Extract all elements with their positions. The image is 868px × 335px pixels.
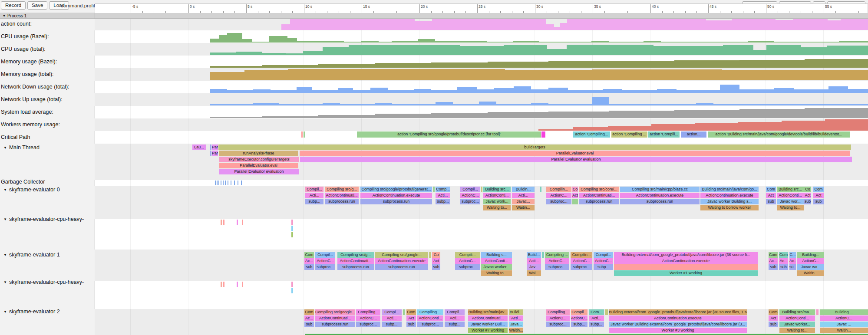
trace-event-sliver[interactable] bbox=[291, 232, 293, 237]
counter-bar[interactable] bbox=[794, 89, 828, 93]
counter-bar[interactable] bbox=[841, 19, 868, 30]
trace-event[interactable] bbox=[540, 187, 541, 192]
counter-bar[interactable] bbox=[748, 41, 774, 43]
trace-event[interactable]: Parallel Evaluator evaluation bbox=[219, 169, 299, 174]
counter-bar[interactable] bbox=[609, 61, 674, 68]
counter-bar[interactable] bbox=[592, 69, 722, 80]
trace-event[interactable]: Waiting to... bbox=[481, 270, 512, 276]
trace-event[interactable]: ActionC... bbox=[545, 258, 569, 264]
trace-event[interactable]: Acti... bbox=[305, 193, 323, 198]
trace-event[interactable]: sub bbox=[779, 264, 788, 270]
trace-event[interactable]: Acti... bbox=[589, 315, 604, 321]
trace-event[interactable]: Compiling... bbox=[546, 309, 570, 315]
trace-event[interactable]: subp... bbox=[382, 322, 402, 327]
counter-bar[interactable] bbox=[236, 52, 262, 55]
trace-event[interactable]: Compili... bbox=[455, 252, 480, 258]
trace-event[interactable]: ActionConti... bbox=[481, 258, 512, 264]
trace-event[interactable]: sub bbox=[432, 264, 440, 270]
counter-bar[interactable] bbox=[766, 45, 801, 55]
trace-event[interactable] bbox=[403, 309, 405, 315]
trace-event[interactable]: sub bbox=[769, 322, 778, 327]
trace-event[interactable]: Compiling... bbox=[356, 309, 380, 315]
trace-event[interactable]: ActionC... bbox=[546, 193, 571, 198]
counter-bar[interactable] bbox=[331, 41, 344, 43]
counter-bar[interactable] bbox=[722, 70, 809, 80]
counter-bar[interactable] bbox=[573, 127, 608, 131]
trace-event[interactable] bbox=[301, 131, 303, 138]
counter-bar[interactable] bbox=[210, 39, 219, 43]
trace-event[interactable]: Compiling src/google... bbox=[315, 309, 355, 315]
counter-bar[interactable] bbox=[494, 88, 514, 93]
counter-bar[interactable] bbox=[210, 89, 227, 93]
counter-bar[interactable] bbox=[738, 122, 782, 131]
counter-bar[interactable] bbox=[695, 123, 738, 131]
counter-bar[interactable] bbox=[805, 59, 868, 68]
counter-bar[interactable] bbox=[262, 65, 318, 68]
counter-bar[interactable] bbox=[805, 108, 868, 118]
trace-event[interactable]: Compil... bbox=[305, 187, 323, 192]
counter-bar[interactable] bbox=[432, 19, 546, 30]
counter-bar[interactable] bbox=[253, 103, 279, 105]
trace-event[interactable]: sub bbox=[304, 264, 314, 270]
trace-event[interactable]: Jav... bbox=[527, 264, 541, 270]
trace-event[interactable]: Compil... bbox=[571, 309, 587, 315]
counter-bar[interactable] bbox=[290, 19, 415, 30]
counter-bar[interactable] bbox=[793, 19, 828, 30]
counter-bar[interactable] bbox=[227, 33, 242, 43]
counter-bar[interactable] bbox=[739, 89, 774, 93]
counter-bar[interactable] bbox=[567, 19, 706, 30]
trace-event[interactable]: action... bbox=[681, 131, 706, 138]
trace-event[interactable]: Waiting to... bbox=[777, 205, 804, 210]
counter-bar[interactable] bbox=[431, 90, 457, 93]
counter-bar[interactable] bbox=[375, 114, 431, 118]
trace-event[interactable]: subproc... bbox=[546, 322, 570, 327]
trace-event[interactable] bbox=[210, 151, 211, 156]
counter-bar[interactable] bbox=[696, 103, 713, 105]
counter-bar[interactable] bbox=[661, 42, 748, 43]
trace-event[interactable]: Javac wo... bbox=[797, 264, 824, 270]
trace-event[interactable]: Act bbox=[572, 193, 578, 198]
trace-event[interactable]: ActionC... bbox=[571, 315, 587, 321]
counter-bar[interactable] bbox=[392, 104, 436, 105]
counter-bar[interactable] bbox=[567, 45, 653, 55]
trace-event[interactable]: Acti... bbox=[436, 193, 450, 198]
counter-bar[interactable] bbox=[457, 87, 477, 93]
trace-event[interactable]: ActionC... bbox=[455, 258, 480, 264]
counter-bar[interactable] bbox=[609, 104, 696, 105]
trace-event[interactable]: ActionC... bbox=[315, 258, 335, 264]
trace-event[interactable]: subprocess.run bbox=[375, 264, 428, 270]
counter-bar[interactable] bbox=[609, 111, 674, 118]
trace-event[interactable]: Act bbox=[813, 193, 824, 198]
trace-event[interactable]: ActionC... bbox=[546, 315, 570, 321]
trace-event[interactable]: ActionContinuati... bbox=[315, 315, 355, 321]
counter-bar[interactable] bbox=[592, 97, 609, 105]
counter-bar[interactable] bbox=[242, 39, 252, 43]
counter-bar[interactable] bbox=[677, 90, 720, 93]
counter-bar[interactable] bbox=[253, 89, 271, 93]
counter-bar[interactable] bbox=[505, 70, 592, 80]
trace-event[interactable]: sub bbox=[813, 199, 824, 204]
trace-event[interactable]: Javac worker... bbox=[779, 322, 815, 327]
trace-event[interactable]: Waiting to... bbox=[779, 328, 815, 333]
trace-event[interactable]: Worker #1 working bbox=[614, 270, 758, 276]
trace-event[interactable]: Building src/main/jav... bbox=[468, 309, 508, 315]
trace-event[interactable]: sub bbox=[769, 264, 778, 270]
trace-event[interactable]: Compilin... bbox=[546, 187, 571, 192]
counter-bar[interactable] bbox=[514, 86, 531, 93]
trace-event[interactable]: Compiling src/core/... bbox=[579, 187, 619, 192]
counter-bar[interactable] bbox=[361, 41, 379, 43]
trace-event[interactable]: Waiting to... bbox=[483, 205, 511, 210]
counter-bar[interactable] bbox=[713, 104, 779, 105]
trace-event[interactable]: Worker #3 working bbox=[609, 328, 747, 333]
counter-bar[interactable] bbox=[809, 70, 868, 80]
trace-event[interactable]: Ac... bbox=[769, 258, 778, 264]
counter-bar[interactable] bbox=[720, 85, 739, 93]
trace-event[interactable]: Compiling ... bbox=[417, 309, 443, 315]
trace-event[interactable]: ActionC... bbox=[571, 258, 592, 264]
trace-event[interactable]: Javac worker Buil... bbox=[468, 322, 508, 327]
trace-event[interactable]: ActionConti... bbox=[779, 315, 815, 321]
trace-event[interactable]: subproc... bbox=[417, 322, 443, 327]
trace-event[interactable]: ParallelEvaluator.eval bbox=[300, 151, 850, 156]
counter-bar[interactable] bbox=[303, 51, 323, 55]
counter-bar[interactable] bbox=[651, 124, 695, 131]
